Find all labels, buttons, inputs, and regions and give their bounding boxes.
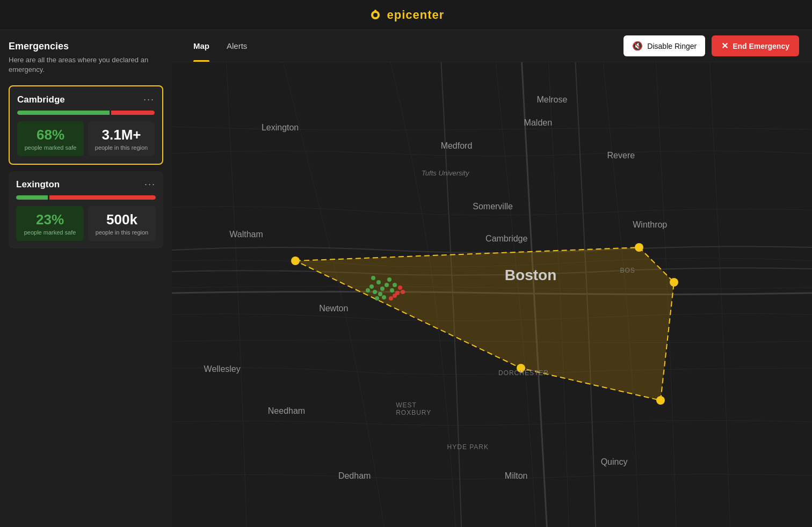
svg-point-16	[378, 292, 382, 296]
progress-bar-cambridge	[17, 111, 155, 115]
card-title-lexington: Lexington	[16, 179, 60, 190]
svg-point-10	[517, 364, 525, 372]
end-emergency-button[interactable]: ✕ End Emergency	[712, 35, 799, 56]
emergency-card-lexington[interactable]: Lexington ··· 23% people marked safe 500…	[9, 171, 163, 248]
svg-point-19	[375, 296, 379, 301]
svg-point-27	[393, 294, 397, 298]
svg-point-8	[670, 278, 678, 287]
stat-pop-lexington: 500k people in this region	[88, 206, 156, 241]
tab-map[interactable]: Map	[185, 30, 218, 62]
stat-pop-cambridge: 3.1M+ people in this region	[88, 121, 155, 156]
svg-point-15	[369, 284, 374, 289]
svg-point-11	[376, 280, 381, 284]
tab-alerts[interactable]: Alerts	[218, 30, 256, 62]
stat-pop-value-lexington: 500k	[93, 211, 150, 228]
map-container[interactable]: Lexington Melrose Medford Malden Tufts U…	[172, 62, 812, 527]
topbar: Map Alerts 🔇 Disable Ringer ✕ End Emerge…	[172, 30, 812, 62]
svg-point-14	[385, 283, 389, 287]
stats-row-lexington: 23% people marked safe 500k people in th…	[16, 206, 156, 241]
stat-pop-label-cambridge: people in this region	[93, 144, 149, 151]
card-menu-cambridge[interactable]: ···	[143, 94, 155, 105]
svg-point-13	[373, 290, 377, 294]
svg-point-21	[387, 277, 392, 282]
stat-safe-label-lexington: people marked safe	[21, 229, 78, 236]
logo-text: epicenter	[387, 8, 445, 22]
stats-row-cambridge: 68% people marked safe 3.1M+ people in t…	[17, 121, 155, 156]
sidebar-title: Emergencies	[9, 41, 163, 52]
logo: epicenter	[368, 8, 445, 23]
card-header-lexington: Lexington ···	[16, 179, 156, 190]
svg-point-23	[371, 276, 375, 280]
svg-point-1	[373, 13, 378, 17]
progress-unsafe-lexington	[49, 195, 156, 200]
svg-point-17	[390, 288, 394, 292]
topbar-actions: 🔇 Disable Ringer ✕ End Emergency	[624, 35, 799, 56]
svg-point-2	[374, 10, 376, 12]
svg-point-9	[656, 396, 665, 405]
svg-point-7	[635, 243, 643, 252]
svg-point-28	[401, 290, 405, 294]
stat-safe-cambridge: 68% people marked safe	[17, 121, 84, 156]
svg-point-22	[393, 283, 397, 287]
content-area: Map Alerts 🔇 Disable Ringer ✕ End Emerge…	[172, 30, 812, 527]
x-circle-icon: ✕	[721, 41, 728, 51]
map-background	[172, 62, 812, 527]
card-menu-lexington[interactable]: ···	[144, 179, 156, 190]
card-header-cambridge: Cambridge ···	[17, 94, 155, 105]
stat-safe-value-lexington: 23%	[21, 211, 78, 228]
sidebar-subtitle: Here are all the areas where you declare…	[9, 55, 163, 75]
svg-point-26	[398, 286, 402, 290]
logo-icon	[368, 8, 383, 23]
sidebar: Emergencies Here are all the areas where…	[0, 30, 172, 527]
progress-safe-cambridge	[17, 111, 110, 115]
stat-safe-value-cambridge: 68%	[23, 127, 78, 143]
stat-pop-label-lexington: people in this region	[93, 229, 150, 236]
stat-pop-value-cambridge: 3.1M+	[93, 127, 149, 143]
app-header: epicenter	[0, 0, 812, 30]
progress-safe-lexington	[16, 195, 48, 200]
stat-safe-label-cambridge: people marked safe	[23, 144, 78, 151]
card-title-cambridge: Cambridge	[17, 94, 65, 105]
svg-point-25	[389, 296, 393, 301]
tab-bar: Map Alerts	[185, 30, 256, 62]
svg-point-6	[291, 257, 300, 265]
mute-icon: 🔇	[632, 41, 643, 51]
svg-point-18	[382, 295, 386, 299]
svg-point-12	[380, 287, 385, 291]
svg-point-20	[366, 288, 370, 292]
progress-unsafe-cambridge	[111, 111, 155, 115]
disable-ringer-button[interactable]: 🔇 Disable Ringer	[624, 35, 705, 56]
progress-bar-lexington	[16, 195, 156, 200]
emergency-card-cambridge[interactable]: Cambridge ··· 68% people marked safe 3.1…	[9, 85, 163, 165]
stat-safe-lexington: 23% people marked safe	[16, 206, 84, 241]
main-layout: Emergencies Here are all the areas where…	[0, 30, 812, 527]
